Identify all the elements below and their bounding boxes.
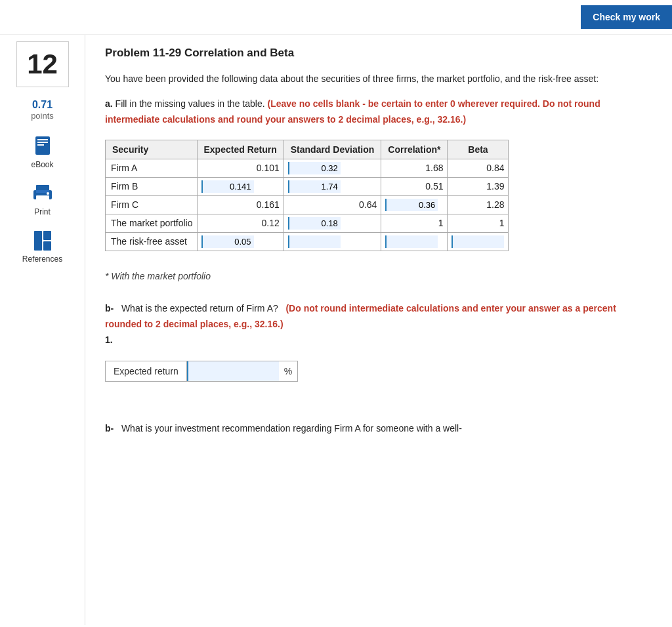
- table-row: Firm C 0.161 0.64 1.28: [106, 195, 509, 214]
- section-b2: b- What is your investment recommendatio…: [105, 421, 652, 437]
- svg-rect-11: [43, 241, 51, 251]
- part-a-text: Fill in the missing values in the table.: [116, 98, 265, 109]
- problem-number-box: 12: [16, 41, 69, 87]
- data-table: Security Expected Return Standard Deviat…: [105, 140, 509, 251]
- section-b1: b- What is the expected return of Firm A…: [105, 301, 652, 348]
- part-b2-text: b- What is your investment recommendatio…: [105, 421, 652, 437]
- cell-market-corr: 1: [381, 214, 448, 232]
- cell-rf-return[interactable]: [197, 232, 284, 251]
- cell-firm-c-beta: 1.28: [448, 195, 509, 214]
- cell-firm-b-return[interactable]: [197, 177, 284, 195]
- cell-firm-c-std: 0.64: [284, 195, 381, 214]
- table-row: Firm A 0.101 1.68 0.84: [106, 159, 509, 177]
- cell-firm-a-name: Firm A: [106, 159, 198, 177]
- cell-market-return: 0.12: [197, 214, 284, 232]
- cell-market-beta: 1: [448, 214, 509, 232]
- check-my-work-button[interactable]: Check my work: [581, 5, 672, 29]
- cell-firm-c-return: 0.161: [197, 195, 284, 214]
- svg-rect-2: [37, 142, 48, 143]
- svg-rect-6: [36, 195, 49, 202]
- part-b1-prefix: b-: [105, 303, 114, 314]
- table-row: The risk-free asset: [106, 232, 509, 251]
- expected-return-input[interactable]: [187, 361, 279, 381]
- input-firm-b-std[interactable]: [288, 180, 341, 193]
- part-b1-num: 1.: [105, 334, 113, 345]
- cell-rf-corr[interactable]: [381, 232, 448, 251]
- part-a-label: a.: [105, 98, 113, 109]
- input-rf-corr[interactable]: [385, 235, 438, 248]
- input-rf-std[interactable]: [288, 235, 341, 248]
- col-header-correlation: Correlation*: [381, 140, 448, 159]
- problem-intro: You have been provided the following dat…: [105, 71, 652, 86]
- svg-rect-10: [43, 231, 51, 240]
- col-header-expected-return: Expected Return: [197, 140, 284, 159]
- cell-firm-b-name: Firm B: [106, 177, 198, 195]
- cell-rf-std[interactable]: [284, 232, 381, 251]
- top-bar: Check my work: [0, 0, 672, 35]
- table-row: Firm B 0.51 1.39: [106, 177, 509, 195]
- ebook-label: eBook: [31, 160, 53, 169]
- cell-firm-b-beta: 1.39: [448, 177, 509, 195]
- cell-firm-a-std[interactable]: [284, 159, 381, 177]
- expected-return-row: Expected return %: [105, 361, 298, 382]
- sidebar-tool-ebook[interactable]: eBook: [30, 134, 55, 169]
- input-rf-beta[interactable]: [452, 235, 504, 248]
- cell-market-name: The market portfolio: [106, 214, 198, 232]
- sidebar-tool-print[interactable]: Print: [30, 181, 55, 216]
- expected-return-unit: %: [279, 361, 297, 381]
- input-firm-c-corr[interactable]: [385, 199, 438, 211]
- sidebar-tool-references[interactable]: References: [22, 228, 62, 264]
- part-b1-text-block: b- What is the expected return of Firm A…: [105, 301, 652, 333]
- part-b1-num-line: 1.: [105, 333, 652, 348]
- input-rf-return[interactable]: [201, 235, 254, 248]
- cell-firm-a-corr: 1.68: [381, 159, 448, 177]
- col-header-std-dev: Standard Deviation: [284, 140, 381, 159]
- cell-firm-a-beta: 0.84: [448, 159, 509, 177]
- cell-firm-b-corr: 0.51: [381, 177, 448, 195]
- print-label: Print: [34, 207, 51, 216]
- table-footnote: * With the market portfolio: [105, 271, 652, 281]
- main-content: Problem 11-29 Correlation and Beta You h…: [85, 35, 672, 625]
- page-layout: 12 0.71 points eBook: [0, 35, 672, 625]
- svg-rect-1: [37, 139, 48, 140]
- col-header-security: Security: [106, 140, 198, 159]
- cell-market-std[interactable]: [284, 214, 381, 232]
- points-box: 0.71 points: [31, 99, 54, 121]
- expected-return-label: Expected return: [106, 361, 187, 381]
- part-b2-question: What is your investment recommendation r…: [121, 423, 462, 434]
- part-a-instruction-block: a. Fill in the missing values in the tab…: [105, 96, 652, 128]
- problem-number: 12: [27, 49, 58, 80]
- cell-rf-beta[interactable]: [448, 232, 509, 251]
- input-market-std[interactable]: [288, 217, 341, 230]
- svg-point-8: [47, 192, 49, 195]
- points-value: 0.71: [31, 99, 54, 111]
- ebook-icon: [30, 134, 55, 159]
- cell-firm-b-std[interactable]: [284, 177, 381, 195]
- part-b1-question: What is the expected return of Firm A?: [121, 303, 278, 314]
- input-firm-a-std[interactable]: [288, 162, 341, 174]
- cell-firm-c-name: Firm C: [106, 195, 198, 214]
- part-b2-prefix: b-: [105, 423, 114, 434]
- input-firm-b-return[interactable]: [201, 180, 254, 193]
- sidebar: 12 0.71 points eBook: [0, 35, 85, 625]
- print-icon: [30, 181, 55, 206]
- problem-title: Problem 11-29 Correlation and Beta: [105, 47, 652, 60]
- references-label: References: [22, 254, 62, 264]
- cell-firm-c-corr[interactable]: [381, 195, 448, 214]
- cell-firm-a-return: 0.101: [197, 159, 284, 177]
- points-label: points: [31, 111, 54, 121]
- table-row: The market portfolio 0.12 1 1: [106, 214, 509, 232]
- svg-rect-3: [37, 144, 44, 146]
- references-icon: [30, 228, 55, 253]
- cell-rf-name: The risk-free asset: [106, 232, 198, 251]
- svg-rect-9: [34, 231, 42, 251]
- col-header-beta: Beta: [448, 140, 509, 159]
